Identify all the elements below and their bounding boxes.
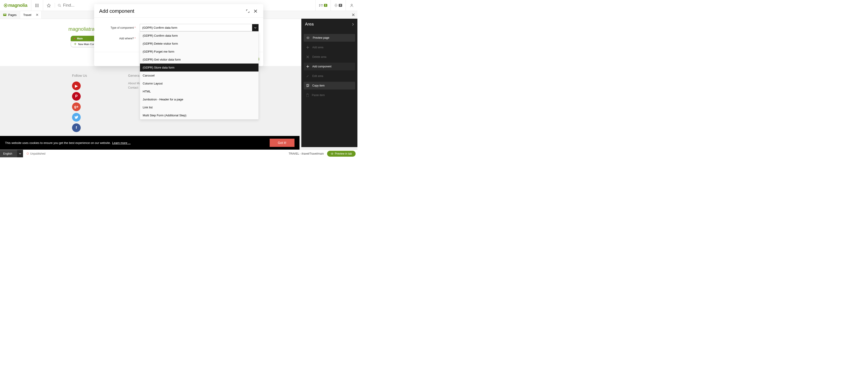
plus-icon xyxy=(306,46,309,49)
svg-rect-4 xyxy=(38,4,38,5)
select-value: (GDPR) Confirm data form xyxy=(140,24,252,31)
component-option[interactable]: (GDPR) Store data form xyxy=(140,64,258,71)
chevron-down-icon xyxy=(19,153,21,154)
component-option[interactable]: Link list xyxy=(140,103,258,111)
component-option[interactable]: (GDPR) Forget me form xyxy=(140,47,258,56)
cookie-accept-button[interactable]: Got it! xyxy=(270,139,294,147)
component-option[interactable]: Column Layout xyxy=(140,79,258,88)
favorites-button[interactable] xyxy=(43,0,55,11)
language-dropdown-toggle[interactable] xyxy=(17,150,23,158)
notifications-button[interactable]: 0 xyxy=(331,0,346,11)
svg-rect-8 xyxy=(35,6,36,7)
clipboard-icon xyxy=(306,94,309,97)
svg-rect-7 xyxy=(38,5,38,6)
expand-dialog-button[interactable] xyxy=(245,8,250,14)
apps-grid-icon xyxy=(35,4,39,7)
youtube-link[interactable]: ▶ xyxy=(72,81,81,90)
eye-icon xyxy=(331,152,334,155)
tab-label: Pages xyxy=(8,13,17,16)
component-option[interactable]: HTML xyxy=(140,88,258,95)
svg-rect-2 xyxy=(35,4,36,5)
cookie-learn-link[interactable]: Learn more ... xyxy=(112,141,131,145)
component-option[interactable]: Multi Step Form (Additional Step) xyxy=(140,111,258,119)
brand-logo[interactable]: magnolia xyxy=(0,3,31,8)
action-panel: Area Preview page Add area Delete area A… xyxy=(301,19,358,147)
pencil-icon xyxy=(306,75,309,77)
search-icon xyxy=(58,4,61,7)
publish-status: Unpublished xyxy=(27,152,45,155)
logo-icon xyxy=(4,3,8,7)
copy-item-action[interactable]: Copy item xyxy=(304,82,355,90)
svg-rect-9 xyxy=(37,6,37,7)
twitter-icon xyxy=(74,115,79,119)
app-tab-pages[interactable]: Pages xyxy=(0,11,20,19)
eye-icon xyxy=(306,36,310,39)
pinterest-link[interactable]: P xyxy=(72,92,81,101)
svg-rect-3 xyxy=(37,4,37,5)
dropdown-toggle[interactable] xyxy=(252,24,258,31)
add-component-action[interactable]: Add component xyxy=(304,63,355,70)
component-option[interactable]: (GDPR) Get visitor data form xyxy=(140,56,258,64)
preview-page-action[interactable]: Preview page xyxy=(304,34,355,42)
plus-icon xyxy=(74,43,76,45)
component-option[interactable]: Jumbotron - Header for a page xyxy=(140,95,258,103)
add-component-dialog: Add component Type of component * (GDPR)… xyxy=(94,4,263,66)
svg-line-12 xyxy=(60,6,61,7)
close-icon xyxy=(352,13,355,16)
svg-rect-6 xyxy=(37,5,37,6)
language-selector[interactable]: English xyxy=(0,150,23,158)
add-area-action: Add area xyxy=(304,43,355,51)
component-type-options: (GDPR) Confirm data form(GDPR) Delete vi… xyxy=(140,31,259,119)
close-dialog-button[interactable] xyxy=(253,8,258,14)
profile-button[interactable] xyxy=(346,0,358,11)
close-tab-button[interactable] xyxy=(36,14,38,16)
googleplus-link[interactable]: g+ xyxy=(72,102,81,111)
svg-rect-17 xyxy=(4,14,6,14)
preview-in-tab-button[interactable]: Preview in tab xyxy=(327,151,355,156)
footer-heading: Follow Us xyxy=(72,74,87,77)
component-option[interactable]: (GDPR) Delete visitor form xyxy=(140,40,258,47)
tasks-button[interactable]: 1 xyxy=(315,0,331,11)
tasks-icon xyxy=(319,4,323,7)
svg-point-23 xyxy=(332,153,332,154)
tab-label: Travel xyxy=(23,13,31,16)
sub-tab-travel[interactable]: Travel xyxy=(20,11,42,19)
tasks-badge: 1 xyxy=(324,4,328,7)
svg-rect-10 xyxy=(38,6,38,7)
component-option[interactable]: Carousel xyxy=(140,71,258,79)
svg-point-1 xyxy=(5,5,6,6)
svg-point-18 xyxy=(308,37,308,38)
component-type-select[interactable]: (GDPR) Confirm data form xyxy=(140,24,259,31)
status-bar: English Unpublished TRAVEL - /travel/Tra… xyxy=(0,150,358,158)
page-path: TRAVEL - /travel/Travel/main xyxy=(288,152,327,155)
copy-icon xyxy=(306,84,309,87)
component-option[interactable]: (GDPR) Confirm data form xyxy=(140,32,258,40)
facebook-link[interactable]: f xyxy=(72,124,81,132)
dialog-title: Add component xyxy=(99,8,243,14)
chevron-right-icon xyxy=(352,23,354,26)
user-icon xyxy=(350,3,354,7)
svg-point-11 xyxy=(58,4,60,6)
svg-rect-21 xyxy=(306,94,309,97)
bell-icon xyxy=(334,4,338,7)
svg-point-15 xyxy=(351,4,352,5)
star-icon xyxy=(47,3,51,7)
close-icon xyxy=(36,14,38,16)
svg-rect-16 xyxy=(3,14,6,16)
field-label-where: Add where? * xyxy=(94,37,140,40)
panel-title: Area xyxy=(305,22,314,27)
panel-collapse-button[interactable] xyxy=(352,23,354,26)
close-icon xyxy=(254,9,257,13)
field-label-type: Type of component * xyxy=(94,26,140,29)
cookie-banner: This website uses cookies to ensure you … xyxy=(0,136,300,150)
delete-area-action: Delete area xyxy=(304,53,355,61)
notif-badge: 0 xyxy=(339,4,342,7)
chevron-down-icon xyxy=(254,27,256,29)
app-launcher-button[interactable] xyxy=(31,0,43,11)
svg-rect-22 xyxy=(307,94,308,94)
twitter-link[interactable] xyxy=(72,113,81,121)
pages-icon xyxy=(3,14,6,16)
svg-rect-5 xyxy=(35,5,36,6)
paste-item-action: Paste item xyxy=(304,91,355,99)
close-all-button[interactable] xyxy=(349,11,358,19)
